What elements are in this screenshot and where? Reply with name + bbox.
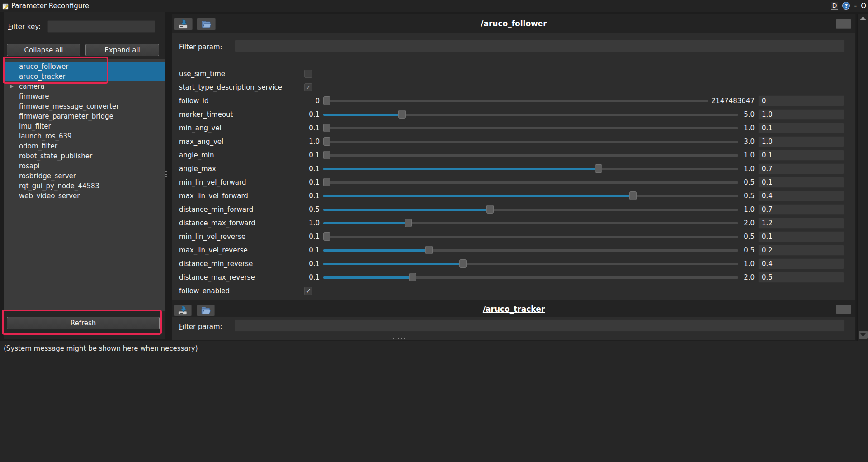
tree-item-firmware[interactable]: firmware: [4, 91, 165, 101]
filter-param-label: Filter param:: [179, 323, 222, 331]
parameter-slider[interactable]: [323, 176, 738, 189]
parameter-value-input[interactable]: 1.2: [758, 218, 844, 229]
parameter-slider[interactable]: [323, 216, 738, 230]
parameter-slider[interactable]: [323, 230, 738, 243]
slider-handle[interactable]: [425, 246, 433, 254]
slider-handle[interactable]: [323, 124, 330, 132]
filter-param-input[interactable]: [235, 319, 845, 332]
filter-param-input[interactable]: [235, 40, 845, 52]
parameter-value-input[interactable]: 0.4: [758, 258, 844, 269]
tree-item-firmware_message_converter[interactable]: firmware_message_converter: [4, 101, 165, 111]
tree-item-rqt_gui_py_node_44583[interactable]: rqt_gui_py_node_44583: [4, 181, 165, 191]
parameter-row-distance_max_reverse: distance_max_reverse 0.1 2.0 0.5: [172, 271, 855, 284]
parameter-name: min_lin_vel_reverse: [179, 233, 298, 241]
parameter-slider[interactable]: [323, 162, 738, 176]
help-icon[interactable]: ?: [842, 2, 850, 10]
parameter-row-start_type_description_service: start_type_description_service ✓: [172, 81, 855, 94]
parameter-slider[interactable]: [323, 94, 708, 108]
parameter-min: 0.1: [302, 110, 320, 119]
tree-expand-arrow-icon[interactable]: [10, 85, 14, 88]
vertical-scrollbar[interactable]: [857, 14, 868, 341]
parameter-slider[interactable]: [323, 271, 738, 284]
slider-handle[interactable]: [323, 232, 330, 241]
refresh-button[interactable]: Refresh: [7, 317, 160, 329]
parameter-row-marker_timeout: marker_timeout 0.1 5.0 1.0: [172, 108, 855, 121]
parameter-checkbox[interactable]: ✓: [304, 83, 312, 91]
tree-item-rosapi[interactable]: rosapi: [4, 161, 165, 171]
collapse-all-button[interactable]: Collapse all: [7, 44, 80, 56]
vertical-splitter-handle[interactable]: [165, 171, 167, 179]
tree-item-web_video_server[interactable]: web_video_server: [4, 191, 165, 201]
parameter-value-input[interactable]: 0.2: [758, 245, 844, 256]
parameter-min: 0.1: [302, 165, 320, 173]
parameter-value-input[interactable]: 0.7: [758, 163, 844, 174]
parameter-slider[interactable]: [323, 203, 738, 216]
tree-item-imu_filter[interactable]: imu_filter: [4, 121, 165, 131]
parameter-min: 1.0: [302, 219, 320, 227]
filter-key-input[interactable]: [47, 20, 155, 33]
parameter-slider[interactable]: [323, 108, 738, 121]
parameter-max: 2.0: [742, 273, 755, 281]
parameter-name: follow_enabled: [179, 287, 298, 295]
parameter-max: 0.5: [742, 246, 755, 254]
parameter-value-input[interactable]: 0.7: [758, 204, 844, 215]
parameter-slider[interactable]: [323, 257, 738, 271]
slider-handle[interactable]: [595, 164, 602, 173]
close-button[interactable]: O: [861, 2, 866, 10]
parameter-row-angle_min: angle_min 0.1 1.0 0.1: [172, 148, 855, 162]
parameter-value-input[interactable]: 1.0: [758, 109, 844, 120]
parameter-value-input[interactable]: 0: [758, 95, 844, 106]
parameter-value-input[interactable]: 0.1: [758, 231, 844, 242]
system-message-text: (System message might be shown here when…: [4, 344, 198, 352]
parameter-value-input[interactable]: 0.1: [758, 177, 844, 188]
parameter-value-input[interactable]: 0.1: [758, 123, 844, 133]
slider-handle[interactable]: [486, 205, 494, 214]
parameter-slider[interactable]: [323, 148, 738, 162]
slider-handle[interactable]: [323, 96, 330, 105]
parameter-value-input[interactable]: 0.5: [758, 272, 844, 283]
slider-handle[interactable]: [409, 273, 416, 281]
parameter-slider[interactable]: [323, 135, 738, 148]
parameter-slider[interactable]: [323, 121, 738, 135]
slider-handle[interactable]: [323, 151, 330, 159]
tree-item-launch_ros_639[interactable]: launch_ros_639: [4, 131, 165, 141]
close-node-button[interactable]: [836, 19, 851, 29]
tree-item-camera[interactable]: camera: [4, 81, 165, 91]
parameter-min: 0.1: [302, 273, 320, 281]
parameter-list: use_sim_time start_type_description_serv…: [172, 67, 855, 298]
expand-all-button[interactable]: Expand all: [85, 44, 159, 56]
parameter-value-input[interactable]: 0.4: [758, 191, 844, 201]
slider-handle[interactable]: [323, 137, 330, 146]
parameter-min: 0.1: [302, 246, 320, 254]
tree-item-aruco_tracker[interactable]: aruco_tracker: [4, 71, 165, 81]
tree-item-robot_state_publisher[interactable]: robot_state_publisher: [4, 151, 165, 161]
parameter-min: 1.0: [302, 138, 320, 146]
horizontal-splitter-handle[interactable]: [393, 338, 405, 339]
tree-item-aruco_follower[interactable]: aruco_follower: [4, 62, 165, 71]
scroll-up-icon[interactable]: [860, 16, 866, 20]
parameter-value-input[interactable]: 1.0: [758, 136, 844, 147]
dock-button[interactable]: D: [831, 2, 839, 10]
parameter-name: min_lin_vel_forward: [179, 178, 298, 186]
parameter-checkbox[interactable]: ✓: [304, 287, 312, 295]
window-title: Parameter Reconfigure: [11, 2, 89, 10]
tree-item-odom_filter[interactable]: odom_filter: [4, 141, 165, 151]
parameter-min: 0.1: [302, 233, 320, 241]
slider-handle[interactable]: [405, 219, 412, 227]
parameter-slider[interactable]: [323, 243, 738, 257]
tree-item-rosbridge_server[interactable]: rosbridge_server: [4, 171, 165, 181]
slider-handle[interactable]: [398, 110, 406, 119]
slider-handle[interactable]: [323, 178, 330, 186]
parameter-value-input[interactable]: 0.1: [758, 150, 844, 161]
scroll-down-button[interactable]: [859, 331, 868, 339]
slider-handle[interactable]: [459, 259, 467, 268]
parameter-row-use_sim_time: use_sim_time: [172, 67, 855, 81]
parameter-name: distance_max_forward: [179, 219, 298, 227]
parameter-slider[interactable]: [323, 189, 738, 203]
slider-handle[interactable]: [629, 191, 637, 200]
minimize-button[interactable]: -: [854, 1, 857, 10]
parameter-max: 1.0: [742, 151, 755, 159]
tree-item-firmware_parameter_bridge[interactable]: firmware_parameter_bridge: [4, 111, 165, 121]
close-node-button[interactable]: [836, 305, 851, 314]
parameter-checkbox[interactable]: [304, 70, 312, 78]
